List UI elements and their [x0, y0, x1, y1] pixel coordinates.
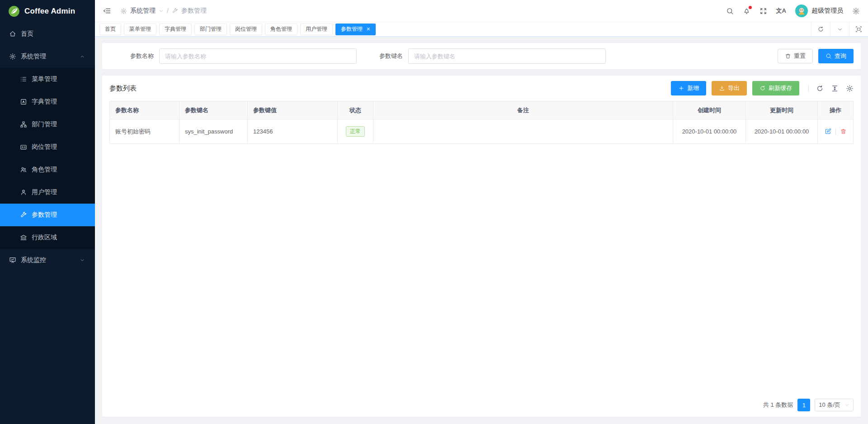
row-density-icon[interactable]: [831, 85, 839, 92]
app-logo[interactable]: Coffee Admin: [0, 0, 95, 23]
sidebar-item-home[interactable]: 首页: [0, 23, 95, 45]
username: 超级管理员: [811, 7, 843, 15]
col-param-key: 参数键名: [179, 101, 248, 119]
export-button[interactable]: 导出: [712, 81, 747, 95]
delete-row-icon[interactable]: [840, 128, 847, 135]
page-content: 参数名称 参数键名 重置 查询: [95, 37, 868, 424]
refresh-tab-icon[interactable]: [811, 22, 830, 36]
cell-param-value: 123456: [248, 119, 338, 144]
cell-status: 正常: [338, 119, 373, 144]
sidebar-item-monitor[interactable]: 系统监控: [0, 249, 95, 272]
page-number-button[interactable]: 1: [797, 399, 810, 411]
pagination: 共 1 条数据 1 10 条/页: [109, 393, 854, 411]
param-name-input[interactable]: [159, 48, 357, 64]
notifications-bell-icon[interactable]: [743, 7, 750, 15]
tab-user-mgmt[interactable]: 用户管理: [300, 24, 333, 35]
tab-dict-mgmt[interactable]: 字典管理: [159, 24, 192, 35]
chevron-down-icon: [844, 402, 849, 408]
org-tree-icon: [20, 121, 27, 128]
notification-dot: [749, 6, 752, 9]
settings-gear-icon[interactable]: [852, 7, 860, 15]
refresh-cache-button-label: 刷新缓存: [769, 84, 792, 92]
tab-label: 用户管理: [306, 25, 327, 33]
tab-label: 字典管理: [165, 25, 186, 33]
search-form-card: 参数名称 参数键名 重置 查询: [102, 43, 861, 69]
add-button[interactable]: 新增: [671, 81, 706, 95]
fullscreen-icon[interactable]: [760, 7, 767, 15]
sidebar-item-dict-mgmt[interactable]: 字典管理: [0, 91, 95, 113]
maximize-content-icon[interactable]: [849, 22, 868, 36]
export-button-label: 导出: [728, 84, 740, 92]
user-menu[interactable]: 超级管理员: [795, 5, 843, 17]
card-header: 参数列表 新增 导出 刷新缓存: [109, 81, 854, 95]
chevron-up-icon: [79, 54, 86, 59]
sidebar-item-label: 角色管理: [32, 166, 57, 174]
column-settings-gear-icon[interactable]: [846, 85, 854, 92]
sidebar-item-label: 字典管理: [32, 98, 57, 106]
app-root: Coffee Admin 首页 系统管理 菜单管理 字典管理: [0, 0, 868, 424]
sidebar-item-label: 参数管理: [32, 211, 57, 219]
breadcrumb-page: 参数管理: [181, 7, 207, 15]
list-icon: [20, 76, 27, 83]
breadcrumb-group[interactable]: 系统管理: [130, 7, 156, 15]
tab-close-icon[interactable]: ✕: [366, 26, 370, 32]
sidebar-item-role-mgmt[interactable]: 角色管理: [0, 158, 95, 181]
chevron-down-icon[interactable]: [159, 9, 164, 14]
tab-post-mgmt[interactable]: 岗位管理: [230, 24, 262, 35]
tab-options-chevron-icon[interactable]: [830, 22, 849, 36]
breadcrumb-separator: /: [167, 7, 169, 14]
param-key-input[interactable]: [408, 48, 606, 64]
sidebar-item-user-mgmt[interactable]: 用户管理: [0, 181, 95, 204]
cell-remark: [373, 119, 673, 144]
tab-dept-mgmt[interactable]: 部门管理: [194, 24, 227, 35]
param-list-card: 参数列表 新增 导出 刷新缓存: [102, 76, 861, 417]
search-actions: 重置 查询: [778, 49, 854, 63]
col-actions: 操作: [818, 101, 854, 119]
edit-row-icon[interactable]: [825, 128, 831, 135]
dictionary-icon: [20, 98, 27, 105]
reset-button[interactable]: 重置: [778, 49, 813, 63]
tabbar-controls: [811, 22, 868, 36]
col-remark: 备注: [373, 101, 673, 119]
tab-home[interactable]: 首页: [99, 24, 121, 35]
sidebar-item-system[interactable]: 系统管理: [0, 45, 95, 68]
sidebar-item-label: 菜单管理: [32, 75, 57, 83]
param-key-label: 参数键名: [379, 52, 403, 60]
cell-actions: [818, 119, 854, 144]
col-created-at: 创建时间: [673, 101, 746, 119]
table-tools: [808, 85, 854, 92]
refresh-cache-button[interactable]: 刷新缓存: [752, 81, 799, 95]
refresh-table-icon[interactable]: [816, 85, 824, 92]
sidebar-item-param-mgmt[interactable]: 参数管理: [0, 204, 95, 226]
badge-icon: [20, 143, 27, 151]
sidebar-item-menu-mgmt[interactable]: 菜单管理: [0, 68, 95, 91]
col-status: 状态: [338, 101, 373, 119]
tab-param-mgmt[interactable]: 参数管理 ✕: [335, 24, 376, 35]
sidebar-item-post-mgmt[interactable]: 岗位管理: [0, 136, 95, 158]
app-title: Coffee Admin: [24, 7, 75, 16]
tab-menu-mgmt[interactable]: 菜单管理: [124, 24, 156, 35]
sidebar-item-dept-mgmt[interactable]: 部门管理: [0, 113, 95, 136]
home-icon: [9, 30, 16, 38]
gear-icon: [120, 8, 127, 14]
translate-icon[interactable]: 文A: [776, 7, 786, 15]
param-table: 参数名称 参数键名 参数键值 状态 备注 创建时间 更新时间 操作 账号初始密码: [109, 101, 854, 144]
sidebar-item-region-mgmt[interactable]: 行政区域: [0, 226, 95, 249]
page-size-select[interactable]: 10 条/页: [815, 399, 854, 411]
search-icon: [826, 53, 832, 59]
table-header-row: 参数名称 参数键名 参数键值 状态 备注 创建时间 更新时间 操作: [110, 101, 854, 119]
query-button[interactable]: 查询: [818, 49, 854, 63]
add-button-label: 新增: [687, 84, 699, 92]
param-key-form-item: 参数键名: [379, 48, 606, 64]
tabbar: 首页 菜单管理 字典管理 部门管理 岗位管理 角色管理 用户管理 参数管理 ✕: [95, 22, 868, 37]
collapse-sidebar-icon[interactable]: [103, 7, 111, 15]
param-name-form-item: 参数名称: [109, 48, 357, 64]
sidebar-menu: 首页 系统管理 菜单管理 字典管理 部门管理: [0, 23, 95, 272]
user-icon: [20, 189, 27, 196]
tab-role-mgmt[interactable]: 角色管理: [265, 24, 297, 35]
search-icon[interactable]: [726, 7, 734, 15]
sidebar-item-label: 用户管理: [32, 188, 57, 196]
tab-label: 首页: [105, 25, 116, 33]
topbar: 系统管理 / 参数管理 文A: [95, 0, 868, 22]
wrench-icon: [172, 8, 178, 14]
